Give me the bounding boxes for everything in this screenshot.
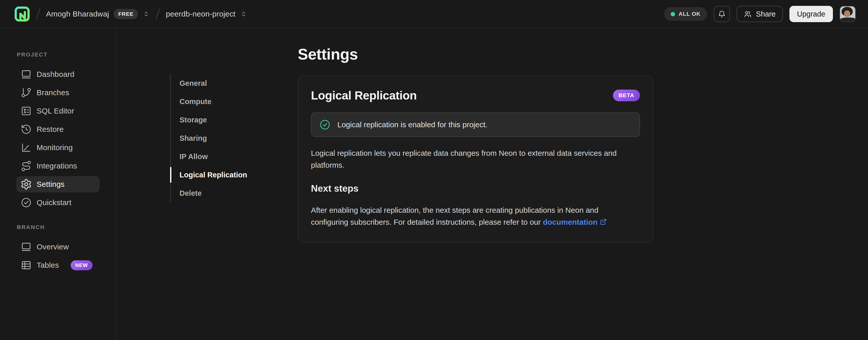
- alert-text: Logical replication is enabled for this …: [337, 120, 487, 129]
- sidebar-item-label: Restore: [37, 125, 64, 134]
- next-steps-heading: Next steps: [311, 183, 640, 194]
- sidebar-item-dashboard[interactable]: Dashboard: [16, 66, 100, 82]
- main-content: Settings Logical Replication BETA Logica…: [298, 29, 868, 340]
- logical-replication-card: Logical Replication BETA Logical replica…: [298, 75, 653, 243]
- breadcrumb-slash: [36, 8, 40, 20]
- sidebar-item-branches[interactable]: Branches: [16, 84, 100, 101]
- table-icon: [20, 259, 32, 271]
- sql-editor-icon: [20, 105, 32, 117]
- sidebar: PROJECT Dashboard Branches SQL Editor Re…: [0, 29, 117, 340]
- sidebar-item-integrations[interactable]: Integrations: [16, 158, 100, 174]
- breadcrumb-slash: [155, 8, 160, 20]
- gear-icon: [20, 178, 32, 190]
- documentation-link-label: documentation: [543, 218, 597, 226]
- history-icon: [20, 123, 32, 135]
- beta-badge: BETA: [613, 90, 640, 101]
- documentation-link[interactable]: documentation: [543, 218, 607, 226]
- settings-subnav: General Compute Storage Sharing IP Allow…: [170, 74, 257, 202]
- share-label: Share: [756, 10, 775, 18]
- status-badge[interactable]: ALL OK: [664, 7, 707, 21]
- chart-icon: [20, 142, 32, 153]
- settings-nav-ip-allow[interactable]: IP Allow: [171, 147, 257, 166]
- sidebar-item-settings[interactable]: Settings: [16, 176, 100, 192]
- status-label: ALL OK: [679, 11, 701, 17]
- users-icon: [744, 10, 752, 18]
- sidebar-section-branch: BRANCH: [0, 224, 116, 231]
- description-text: Logical replication lets you replicate d…: [311, 147, 634, 171]
- next-steps-text: After enabling logical replication, the …: [311, 204, 634, 228]
- sidebar-item-label: Dashboard: [37, 70, 74, 79]
- page-title: Settings: [298, 45, 868, 63]
- project-name: peerdb-neon-project: [166, 10, 236, 18]
- sidebar-item-label: Monitoring: [37, 143, 73, 152]
- sidebar-item-label: Branches: [37, 88, 69, 97]
- sidebar-item-overview[interactable]: Overview: [16, 239, 100, 255]
- share-button[interactable]: Share: [737, 6, 782, 22]
- sidebar-item-label: Quickstart: [37, 198, 71, 207]
- external-link-icon: [599, 218, 607, 226]
- sidebar-item-restore[interactable]: Restore: [16, 121, 100, 137]
- settings-nav-general[interactable]: General: [171, 74, 257, 92]
- user-avatar[interactable]: [839, 6, 856, 22]
- sidebar-item-monitoring[interactable]: Monitoring: [16, 139, 100, 156]
- card-title: Logical Replication: [311, 89, 417, 102]
- sidebar-item-label: Overview: [37, 243, 69, 251]
- status-ok-dot: [671, 12, 675, 16]
- check-circle-icon: [20, 197, 32, 208]
- check-circle-icon: [319, 119, 331, 131]
- top-bar: Amogh Bharadwaj FREE peerdb-neon-project…: [0, 0, 868, 29]
- settings-nav-sharing[interactable]: Sharing: [171, 129, 257, 147]
- dashboard-icon: [20, 68, 32, 80]
- org-name: Amogh Bharadwaj: [46, 10, 109, 18]
- sidebar-item-label: Settings: [37, 180, 65, 189]
- sidebar-section-project: PROJECT: [0, 51, 116, 58]
- settings-nav-delete[interactable]: Delete: [171, 184, 257, 202]
- sidebar-item-quickstart[interactable]: Quickstart: [16, 194, 100, 211]
- sidebar-item-tables[interactable]: Tables NEW: [16, 257, 100, 273]
- chevrons-up-down-icon: [143, 10, 150, 18]
- settings-nav-compute[interactable]: Compute: [171, 92, 257, 111]
- sidebar-item-sql-editor[interactable]: SQL Editor: [16, 103, 100, 119]
- git-branch-icon: [20, 87, 32, 98]
- sidebar-item-label: SQL Editor: [37, 107, 74, 115]
- settings-nav-storage[interactable]: Storage: [171, 111, 257, 129]
- overview-icon: [20, 241, 32, 253]
- sidebar-item-label: Integrations: [37, 162, 77, 170]
- sidebar-item-label: Tables: [37, 261, 59, 270]
- route-icon: [20, 160, 32, 172]
- notifications-button[interactable]: [714, 6, 730, 22]
- bell-icon: [718, 10, 726, 18]
- org-selector[interactable]: Amogh Bharadwaj FREE: [46, 9, 150, 19]
- project-selector[interactable]: peerdb-neon-project: [166, 10, 247, 18]
- success-alert: Logical replication is enabled for this …: [311, 112, 640, 137]
- plan-badge: FREE: [114, 9, 138, 19]
- neon-logo-icon[interactable]: [14, 6, 30, 22]
- new-badge: NEW: [71, 260, 93, 270]
- upgrade-button[interactable]: Upgrade: [789, 6, 833, 22]
- chevrons-up-down-icon: [240, 10, 247, 18]
- settings-nav-logical-replication[interactable]: Logical Replication: [171, 166, 257, 184]
